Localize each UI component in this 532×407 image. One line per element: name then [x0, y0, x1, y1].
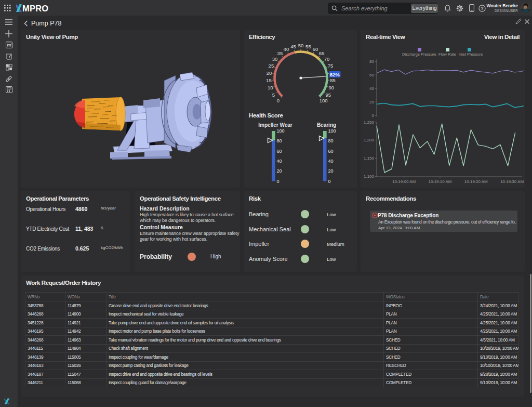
svg-text:MPRO: MPRO [22, 4, 48, 12]
svg-text:0: 0 [277, 98, 280, 103]
svg-text:20: 20 [277, 168, 282, 174]
svg-text:10:19:30 AM: 10:19:30 AM [500, 179, 524, 184]
svg-text:50: 50 [298, 43, 304, 48]
svg-text:0: 0 [372, 113, 375, 118]
svg-text:80: 80 [369, 59, 374, 64]
svg-text:20: 20 [328, 168, 334, 174]
svg-text:Flow Rate: Flow Rate [438, 52, 456, 57]
svg-text:65: 65 [319, 50, 325, 56]
svg-text:10: 10 [268, 85, 273, 90]
svg-text:40: 40 [284, 46, 289, 52]
svg-text:1,100: 1,100 [364, 174, 375, 179]
svg-text:60: 60 [277, 149, 282, 154]
svg-text:100: 100 [320, 98, 328, 103]
svg-text:85: 85 [330, 77, 336, 83]
svg-text:60: 60 [328, 149, 334, 154]
svg-text:0: 0 [328, 179, 331, 184]
svg-text:15: 15 [266, 77, 272, 83]
svg-text:80: 80 [328, 138, 334, 143]
svg-text:20: 20 [267, 70, 272, 76]
svg-text:95: 95 [325, 92, 331, 98]
svg-text:1,150: 1,150 [364, 156, 375, 161]
svg-text:1,250: 1,250 [364, 120, 375, 125]
svg-text:20: 20 [369, 100, 374, 104]
svg-text:75: 75 [328, 63, 334, 69]
svg-text:Impeller Wear: Impeller Wear [258, 122, 292, 128]
svg-text:60: 60 [369, 73, 374, 77]
svg-text:60: 60 [313, 46, 318, 52]
svg-text:10:19:10 AM: 10:19:10 AM [429, 179, 452, 184]
svg-text:Inlet Pressure: Inlet Pressure [459, 52, 483, 57]
svg-text:30: 30 [272, 56, 278, 62]
svg-text:35: 35 [277, 50, 283, 56]
svg-text:0: 0 [277, 179, 280, 184]
svg-text:70: 70 [324, 56, 330, 62]
svg-text:100: 100 [277, 128, 285, 134]
svg-text:55: 55 [305, 44, 311, 49]
svg-text:82%: 82% [330, 72, 340, 77]
svg-text:25: 25 [269, 63, 274, 69]
svg-text:5: 5 [272, 92, 275, 98]
svg-text:40: 40 [277, 159, 282, 164]
svg-text:40: 40 [328, 159, 334, 164]
svg-text:10:19:20 AM: 10:19:20 AM [464, 179, 488, 184]
svg-text:100: 100 [328, 128, 336, 134]
svg-text:Discharge Pressure: Discharge Pressure [402, 52, 436, 57]
svg-text:90: 90 [329, 85, 335, 90]
svg-text:45: 45 [290, 44, 296, 49]
svg-text:Bearing: Bearing [317, 122, 336, 128]
svg-text:1,200: 1,200 [364, 138, 375, 142]
svg-text:40: 40 [369, 86, 374, 91]
svg-text:10:19:00 AM: 10:19:00 AM [392, 179, 416, 184]
svg-text:80: 80 [277, 138, 282, 143]
